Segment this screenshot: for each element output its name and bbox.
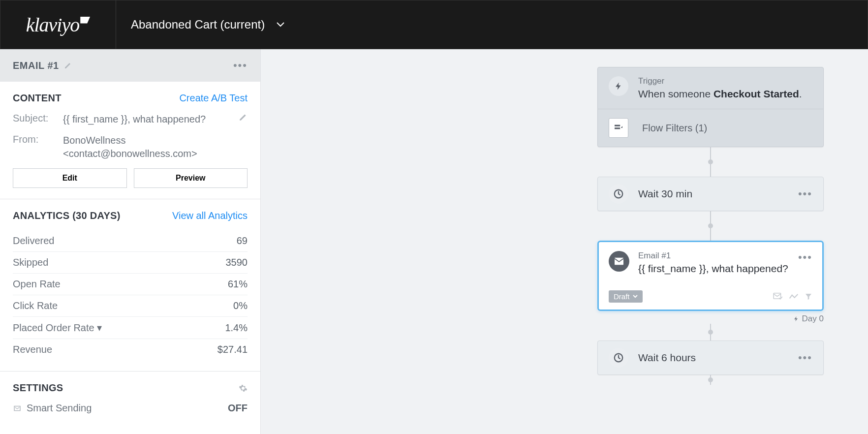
stat-label: Skipped <box>13 252 188 274</box>
flow-name: Abandoned Cart (current) <box>131 18 265 31</box>
smart-sending-value: OFF <box>228 403 248 414</box>
stat-value: $27.41 <box>188 339 248 361</box>
logo-cell: klaviyo <box>0 0 116 49</box>
stat-row: Delivered69 <box>13 230 248 252</box>
connector <box>710 375 711 385</box>
filters-icon <box>609 118 628 138</box>
stat-row: Skipped3590 <box>13 252 248 274</box>
content-heading: CONTENT <box>13 93 62 104</box>
stat-value: 69 <box>188 230 248 252</box>
connector <box>710 324 711 341</box>
detail-sidebar: EMAIL #1 ••• CONTENT Create A/B Test Sub… <box>0 49 261 434</box>
analytics-line-icon[interactable] <box>789 293 799 300</box>
clock-icon <box>609 348 628 368</box>
envelope-icon <box>609 251 629 272</box>
edit-button[interactable]: Edit <box>13 168 127 188</box>
bolt-icon <box>609 76 628 96</box>
status-badge[interactable]: Draft <box>609 290 643 303</box>
top-bar: klaviyo Abandoned Cart (current) <box>0 0 868 49</box>
caret-down-icon <box>633 295 638 298</box>
gear-icon[interactable] <box>239 384 248 393</box>
create-ab-test-link[interactable]: Create A/B Test <box>179 93 248 104</box>
subject-label: Subject: <box>13 113 56 124</box>
wait-node-2[interactable]: Wait 6 hours ••• <box>597 341 824 375</box>
day-label: Day 0 <box>597 314 824 324</box>
trigger-node[interactable]: Trigger When someone Checkout Started. F… <box>597 67 824 147</box>
trigger-text: When someone Checkout Started. <box>638 88 812 100</box>
svg-rect-1 <box>615 127 620 129</box>
stat-value: 1.4% <box>188 317 248 339</box>
stat-label: Delivered <box>13 230 188 252</box>
wait-more-icon[interactable]: ••• <box>798 187 812 200</box>
filters-label: Flow Filters (1) <box>642 123 707 134</box>
email-node-label: Email #1 <box>638 251 789 261</box>
stat-value: 0% <box>188 295 248 317</box>
edit-title-icon[interactable] <box>64 62 72 69</box>
flow-filters-row[interactable]: Flow Filters (1) <box>598 109 823 147</box>
analytics-section: ANALYTICS (30 DAYS) View all Analytics D… <box>0 199 260 372</box>
panel-more-icon[interactable]: ••• <box>233 59 248 72</box>
stat-label[interactable]: Placed Order Rate ▾ <box>13 317 188 339</box>
logo-flag-icon <box>80 17 90 24</box>
email-node-1[interactable]: Email #1 {{ first_name }}, what happened… <box>597 241 824 311</box>
stat-label: Open Rate <box>13 274 188 295</box>
logo-text: klaviyo <box>26 14 80 36</box>
status-text: Draft <box>614 292 630 301</box>
stat-value: 61% <box>188 274 248 295</box>
analytics-table: Delivered69 Skipped3590 Open Rate61% Cli… <box>13 230 248 360</box>
stat-row: Open Rate61% <box>13 274 248 295</box>
stat-row: Placed Order Rate ▾1.4% <box>13 317 248 339</box>
email-more-icon[interactable]: ••• <box>798 251 812 264</box>
wait-text: Wait 6 hours <box>638 352 696 364</box>
smart-sending-label: Smart Sending <box>27 403 92 414</box>
envelope-check-icon[interactable] <box>773 293 783 301</box>
panel-title: EMAIL #1 <box>13 60 59 71</box>
stat-label: Revenue <box>13 339 188 361</box>
klaviyo-logo[interactable]: klaviyo <box>26 13 91 36</box>
subject-value: {{ first_name }}, what happened? <box>63 113 232 126</box>
wait-text: Wait 30 min <box>638 188 692 200</box>
wait-node-1[interactable]: Wait 30 min ••• <box>597 177 824 211</box>
svg-rect-0 <box>615 125 620 126</box>
clock-icon <box>609 184 628 204</box>
flow-switcher[interactable]: Abandoned Cart (current) <box>116 18 284 31</box>
edit-subject-icon[interactable] <box>239 113 248 122</box>
wait-more-icon[interactable]: ••• <box>798 351 812 364</box>
view-all-analytics-link[interactable]: View all Analytics <box>172 210 248 221</box>
email-mini-icons <box>773 293 812 301</box>
stat-row: Click Rate0% <box>13 295 248 317</box>
panel-header: EMAIL #1 ••• <box>0 49 260 82</box>
content-section: CONTENT Create A/B Test Subject: {{ firs… <box>0 82 260 199</box>
settings-section: SETTINGS Smart Sending OFF <box>0 372 260 425</box>
from-label: From: <box>13 134 56 145</box>
email-node-subject: {{ first_name }}, what happened? <box>638 263 789 275</box>
from-value: BonoWellness <contact@bonowellness.com> <box>63 134 248 160</box>
stat-row: Revenue$27.41 <box>13 339 248 361</box>
analytics-heading: ANALYTICS (30 DAYS) <box>13 210 121 221</box>
stat-label: Click Rate <box>13 295 188 317</box>
settings-heading: SETTINGS <box>13 382 63 394</box>
check-icon <box>13 404 22 413</box>
stat-value: 3590 <box>188 252 248 274</box>
flow-column: Trigger When someone Checkout Started. F… <box>597 67 824 385</box>
connector <box>710 211 711 241</box>
connector <box>710 147 711 177</box>
bolt-small-icon <box>793 315 799 322</box>
trigger-label: Trigger <box>638 76 812 86</box>
funnel-icon[interactable] <box>805 293 812 301</box>
caret-down-icon <box>277 22 284 27</box>
preview-button[interactable]: Preview <box>134 168 248 188</box>
flow-canvas[interactable]: Trigger When someone Checkout Started. F… <box>261 49 868 434</box>
